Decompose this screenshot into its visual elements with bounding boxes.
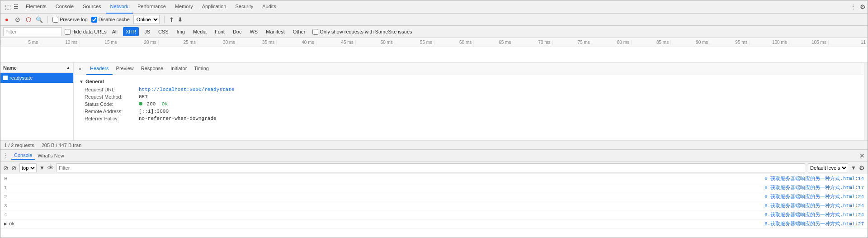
- request-item-readystate[interactable]: readystate: [0, 73, 73, 83]
- console-row-4-link[interactable]: 6-获取服务器端响应的另一种方式.html:24: [764, 211, 864, 218]
- tab-security[interactable]: Security: [231, 0, 258, 14]
- request-type-icon: [3, 76, 8, 80]
- clear-icon[interactable]: ⊘: [14, 16, 21, 23]
- status-ok-circle: [139, 102, 142, 105]
- console-row-1-link[interactable]: 6-获取服务器端响应的另一种方式.html:17: [764, 184, 864, 191]
- filter-css-btn[interactable]: CSS: [156, 27, 171, 36]
- console-context-select[interactable]: top: [19, 163, 37, 172]
- filter-bar: Hide data URLs All XHR JS CSS Img Media …: [0, 26, 868, 38]
- tab-memory[interactable]: Memory: [170, 0, 198, 14]
- samesite-checkbox[interactable]: Only show requests with SameSite issues: [312, 29, 412, 35]
- detail-label-remote: Remote Address:: [85, 109, 139, 114]
- console-row-2-link[interactable]: 6-获取服务器端响应的另一种方式.html:24: [764, 193, 864, 200]
- console-clear-icon[interactable]: ⊘: [3, 164, 9, 171]
- timeline-tick: 30 ms: [198, 40, 237, 45]
- console-row-1: 1 6-获取服务器端响应的另一种方式.html:17: [0, 183, 868, 192]
- disable-cache-input[interactable]: [91, 17, 97, 23]
- detail-tab-initiator[interactable]: Initiator: [167, 63, 190, 75]
- request-list-header: Name ▲: [0, 63, 73, 73]
- sort-icon[interactable]: ▲: [66, 65, 71, 70]
- console-row-5-content: ok: [9, 221, 15, 227]
- detail-row-referrer: Referrer Policy: no-referrer-when-downgr…: [79, 116, 859, 121]
- detail-tab-timing[interactable]: Timing: [190, 63, 212, 75]
- detail-value-method: GET: [139, 94, 148, 100]
- detail-content: ▼ General Request URL: http://localhost:…: [74, 75, 864, 140]
- filter-media-btn[interactable]: Media: [190, 27, 209, 36]
- console-levels-select[interactable]: Default levels: [808, 163, 848, 172]
- inspect-icon[interactable]: ⬚: [5, 3, 11, 10]
- detail-row-method: Request Method: GET: [79, 94, 859, 100]
- eye-icon[interactable]: 👁: [47, 164, 54, 171]
- section-toggle-icon: ▼: [79, 79, 84, 84]
- levels-dropdown-icon[interactable]: ▼: [851, 165, 856, 171]
- console-tab-console[interactable]: Console: [11, 152, 35, 160]
- hide-data-urls-input[interactable]: [65, 29, 71, 35]
- detail-label-method: Request Method:: [85, 94, 139, 100]
- tab-sources[interactable]: Sources: [78, 0, 105, 14]
- detail-tab-response[interactable]: Response: [137, 63, 167, 75]
- more-tabs-icon[interactable]: ⋮: [850, 3, 856, 10]
- preserve-log-input[interactable]: [52, 17, 58, 23]
- console-tab-whatsnew[interactable]: What's New: [35, 152, 66, 159]
- console-filter-input[interactable]: [57, 163, 805, 172]
- console-menu-icon[interactable]: ⋮: [3, 152, 9, 159]
- console-row-5-link[interactable]: 6-获取服务器端响应的另一种方式.html:27: [764, 220, 864, 227]
- disable-cache-checkbox[interactable]: Disable cache: [91, 17, 130, 23]
- detail-close-btn[interactable]: ×: [76, 65, 84, 72]
- timeline-tick: 75 ms: [552, 40, 592, 45]
- console-filter-bar: ⊘ ⊘ top ▼ 👁 Default levels ▼ ⚙: [0, 162, 868, 174]
- detail-value-url[interactable]: http://localhost:3000/readystate: [139, 87, 234, 92]
- detail-row-remote: Remote Address: [::1]:3000: [79, 109, 859, 114]
- filter-input[interactable]: [3, 27, 62, 36]
- preserve-log-checkbox[interactable]: Preserve log: [52, 17, 88, 23]
- filter-icon[interactable]: ⬡: [25, 16, 32, 23]
- filter-xhr-btn[interactable]: XHR: [123, 27, 139, 36]
- hide-data-urls-checkbox[interactable]: Hide data URLs: [65, 29, 107, 35]
- filter-js-btn[interactable]: JS: [142, 27, 153, 36]
- tab-network[interactable]: Network: [106, 0, 133, 14]
- requests-count: 1 / 2 requests: [4, 143, 34, 148]
- tab-application[interactable]: Application: [198, 0, 231, 14]
- console-filter-icon[interactable]: ⊘: [11, 164, 17, 171]
- filter-ws-btn[interactable]: WS: [247, 27, 260, 36]
- samesite-input[interactable]: [312, 29, 318, 35]
- filter-manifest-btn[interactable]: Manifest: [263, 27, 288, 36]
- filter-doc-btn[interactable]: Doc: [230, 27, 245, 36]
- status-ok-text: OK: [162, 101, 168, 107]
- console-row-0-link[interactable]: 6-获取服务器端响应的另一种方式.html:14: [764, 175, 864, 182]
- tab-console[interactable]: Console: [51, 0, 78, 14]
- record-icon[interactable]: ●: [3, 16, 10, 23]
- device-icon[interactable]: ☱: [14, 4, 19, 10]
- filter-other-btn[interactable]: Other: [290, 27, 308, 36]
- detail-tab-headers[interactable]: Headers: [86, 63, 113, 75]
- import-btn[interactable]: ⬆: [169, 16, 174, 23]
- filter-font-btn[interactable]: Font: [212, 27, 227, 36]
- filter-img-btn[interactable]: Img: [174, 27, 188, 36]
- timeline-tick: 60 ms: [434, 40, 473, 45]
- toolbar-separator-2: [164, 16, 165, 23]
- filter-all-btn[interactable]: All: [109, 27, 120, 36]
- export-btn[interactable]: ⬇: [178, 16, 183, 23]
- tab-elements[interactable]: Elements: [21, 0, 51, 14]
- tab-performance[interactable]: Performance: [133, 0, 170, 14]
- search-icon[interactable]: 🔍: [36, 16, 43, 23]
- throttle-select[interactable]: Online: [133, 15, 160, 24]
- console-row-2: 2 6-获取服务器端响应的另一种方式.html:24: [0, 192, 868, 201]
- timeline-tick: 100 ms: [750, 40, 789, 45]
- context-dropdown-icon[interactable]: ▼: [39, 165, 45, 171]
- console-row-3-link[interactable]: 6-获取服务器端响应的另一种方式.html:24: [764, 202, 864, 209]
- timeline-tick: 50 ms: [355, 40, 395, 45]
- detail-tab-preview[interactable]: Preview: [113, 63, 137, 75]
- detail-scrollbar[interactable]: [864, 63, 868, 140]
- detail-row-status: Status Code: 200 OK: [79, 101, 859, 107]
- timeline-ruler: 5 ms10 ms15 ms20 ms25 ms30 ms35 ms40 ms4…: [0, 38, 868, 47]
- console-row-5: ▶ ok 6-获取服务器端响应的另一种方式.html:27: [0, 219, 868, 228]
- console-close-btn[interactable]: ✕: [859, 152, 865, 159]
- timeline-tick: 70 ms: [513, 40, 552, 45]
- tab-audits[interactable]: Audits: [258, 0, 281, 14]
- console-settings-icon[interactable]: ⚙: [859, 164, 865, 171]
- section-header-general[interactable]: ▼ General: [79, 79, 859, 84]
- timeline-tick: 11: [828, 40, 868, 45]
- timeline-tick: 25 ms: [158, 40, 198, 45]
- settings-icon[interactable]: ⚙: [860, 3, 866, 10]
